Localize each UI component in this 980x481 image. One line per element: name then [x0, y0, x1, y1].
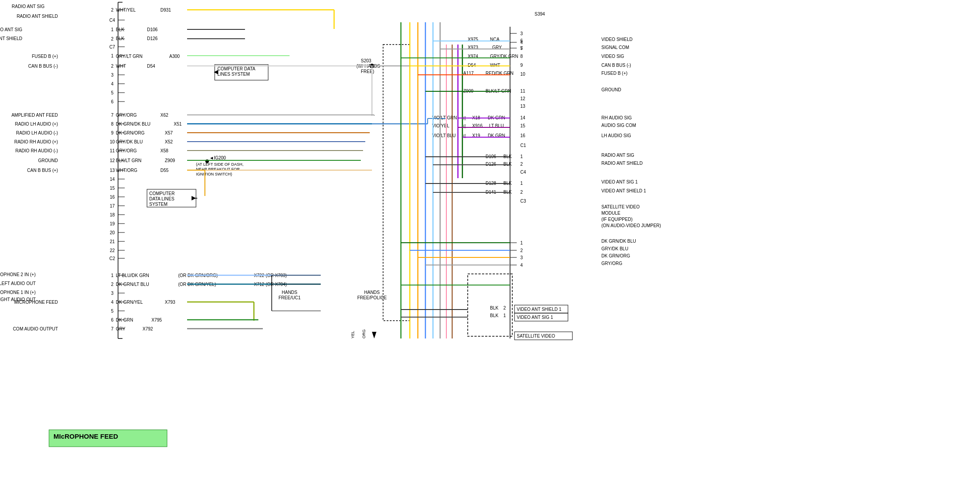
- svg-text:HANDS: HANDS: [364, 290, 380, 295]
- svg-text:GRY/ORG: GRY/ORG: [601, 261, 622, 266]
- svg-text:WHT/ORG: WHT/ORG: [116, 168, 138, 173]
- svg-text:SIGNAL COM: SIGNAL COM: [601, 45, 629, 50]
- svg-text:DATA LINES: DATA LINES: [149, 196, 175, 201]
- svg-text:7: 7: [111, 326, 114, 331]
- svg-text:16: 16: [520, 133, 526, 138]
- svg-text:RADIO LH AUDIO (-): RADIO LH AUDIO (-): [16, 130, 58, 135]
- svg-text:VIDEO ANT SHIELD 1: VIDEO ANT SHIELD 1: [601, 188, 646, 193]
- svg-text:COMPUTER DATA: COMPUTER DATA: [217, 66, 256, 71]
- svg-text:FUSED B (+): FUSED B (+): [601, 71, 628, 76]
- svg-text:DK GRN/ORG: DK GRN/ORG: [601, 253, 630, 258]
- svg-text:RADIO ANT SIG: RADIO ANT SIG: [12, 4, 45, 9]
- svg-text:GRY/ORG: GRY/ORG: [116, 113, 137, 118]
- svg-text:RADIO ANT SHIELD: RADIO ANT SHIELD: [601, 161, 643, 166]
- svg-text:10: 10: [110, 139, 115, 144]
- svg-text:3: 3: [520, 31, 523, 36]
- svg-text:2: 2: [520, 190, 523, 195]
- svg-text:SYSTEM: SYSTEM: [149, 202, 167, 207]
- svg-text:BLK: BLK: [116, 36, 124, 41]
- svg-text:13: 13: [110, 168, 115, 173]
- svg-text:RADIO ANT SHIELD: RADIO ANT SHIELD: [16, 14, 58, 19]
- svg-text:RADIO RH AUDIO (-): RADIO RH AUDIO (-): [15, 148, 58, 153]
- svg-text:21: 21: [110, 239, 115, 244]
- svg-text:FREE/POLICE: FREE/POLICE: [357, 295, 387, 300]
- svg-text:15: 15: [110, 186, 115, 191]
- svg-text:4: 4: [111, 300, 114, 305]
- svg-text:14: 14: [110, 177, 115, 182]
- svg-text:BLK: BLK: [116, 27, 124, 32]
- svg-text:GRY/DK BLU: GRY/DK BLU: [601, 246, 628, 251]
- svg-text:◄IG200: ◄IG200: [209, 155, 226, 160]
- svg-text:4: 4: [520, 263, 523, 268]
- svg-text:AMPLIFIED ANT FEED: AMPLIFIED ANT FEED: [12, 113, 58, 118]
- svg-text:10: 10: [520, 72, 526, 77]
- svg-text:HANDS: HANDS: [282, 290, 297, 295]
- svg-text:22: 22: [110, 248, 115, 253]
- svg-text:CAN B BUS (-): CAN B BUS (-): [28, 64, 58, 69]
- svg-text:D54: D54: [147, 64, 155, 69]
- svg-text:RADIO LH AUDIO (+): RADIO LH AUDIO (+): [15, 122, 58, 126]
- svg-text:BLK/LT GRN: BLK/LT GRN: [116, 158, 141, 163]
- svg-text:12: 12: [520, 96, 526, 101]
- svg-text:IGNITION SWITCH): IGNITION SWITCH): [196, 172, 232, 176]
- svg-text:C2: C2: [110, 256, 115, 261]
- wiring-diagram: 2 C4 1 2 C7 1 2 3 4 5 6 7 8 9 10 11 12: [0, 0, 980, 481]
- svg-text:DK GRN/ORG: DK GRN/ORG: [116, 130, 145, 135]
- svg-text:11: 11: [520, 89, 526, 94]
- svg-text:(AT LEFT SIDE OF DASH,: (AT LEFT SIDE OF DASH,: [196, 162, 244, 167]
- svg-text:RADIO RH AUDIO (+): RADIO RH AUDIO (+): [14, 139, 58, 144]
- svg-text:18: 18: [110, 212, 115, 217]
- svg-text:C3: C3: [520, 199, 526, 204]
- svg-text:BLK: BLK: [503, 162, 512, 167]
- svg-text:1: 1: [520, 154, 523, 159]
- svg-text:12: 12: [110, 158, 115, 163]
- svg-text:11: 11: [110, 148, 115, 153]
- svg-text:C4: C4: [110, 18, 115, 23]
- svg-text:X792: X792: [143, 326, 153, 331]
- svg-text:2: 2: [520, 162, 523, 167]
- svg-text:D126: D126: [147, 36, 158, 41]
- svg-text:(IF EQUIPPED): (IF EQUIPPED): [601, 217, 633, 222]
- svg-text:16: 16: [110, 195, 115, 200]
- svg-text:D106: D106: [147, 27, 158, 32]
- svg-text:20: 20: [110, 230, 115, 235]
- svg-text:DK GRN/LT BLU: DK GRN/LT BLU: [116, 282, 149, 287]
- svg-text:1: 1: [111, 27, 114, 32]
- svg-text:MIcROPHONE FEED: MIcROPHONE FEED: [53, 432, 118, 440]
- svg-text:9: 9: [520, 63, 523, 68]
- svg-text:6: 6: [111, 99, 114, 104]
- svg-text:DK GRN: DK GRN: [116, 318, 133, 322]
- svg-text:CAN B BUS (+): CAN B BUS (+): [27, 168, 58, 173]
- svg-text:YEL: YEL: [351, 331, 355, 338]
- svg-text:2: 2: [111, 282, 114, 287]
- svg-text:7: 7: [111, 113, 114, 118]
- svg-text:LT BLU/DK GRN: LT BLU/DK GRN: [116, 273, 149, 278]
- svg-text:COMPUTER: COMPUTER: [149, 191, 175, 196]
- svg-text:DK GRN/DK BLU: DK GRN/DK BLU: [601, 239, 636, 244]
- svg-text:X62: X62: [160, 113, 168, 118]
- svg-text:DK GRN/YEL: DK GRN/YEL: [116, 300, 143, 305]
- svg-text:D54: D54: [468, 63, 476, 68]
- svg-text:WHT/YEL: WHT/YEL: [116, 8, 136, 12]
- svg-text:A300: A300: [169, 54, 180, 59]
- svg-text:X51: X51: [174, 122, 182, 126]
- svg-text:6: 6: [111, 318, 114, 322]
- svg-text:9: 9: [111, 130, 114, 135]
- svg-text:13: 13: [520, 104, 526, 109]
- svg-text:15: 15: [520, 123, 526, 128]
- svg-text:AUDIO SIG COM: AUDIO SIG COM: [601, 123, 636, 128]
- svg-text:Z909: Z909: [165, 158, 175, 163]
- svg-text:RADIO ANT SIG: RADIO ANT SIG: [601, 153, 634, 158]
- svg-text:17: 17: [110, 204, 115, 208]
- svg-text:1: 1: [111, 273, 114, 278]
- svg-text:ORG: ORG: [362, 329, 366, 338]
- svg-text:3: 3: [111, 291, 114, 296]
- svg-text:8: 8: [520, 54, 523, 59]
- svg-text:VIO/LT GRN: VIO/LT GRN: [432, 115, 457, 120]
- svg-text:6: 6: [520, 38, 523, 43]
- svg-text:5: 5: [111, 309, 114, 314]
- svg-text:3: 3: [520, 255, 523, 260]
- svg-text:3: 3: [111, 73, 114, 77]
- svg-text:X793: X793: [165, 300, 176, 305]
- svg-text:D931: D931: [160, 8, 171, 12]
